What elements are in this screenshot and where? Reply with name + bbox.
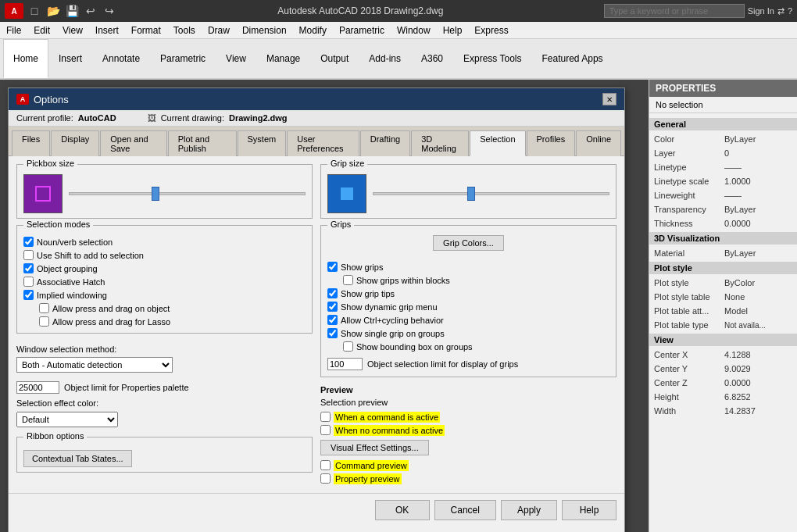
menu-tools[interactable]: Tools [167,22,202,38]
checkbox-press-drag-object-input[interactable] [39,303,49,313]
tab-home[interactable]: Home [3,39,48,78]
checkbox-bounding-box[interactable]: Show bounding box on groups [327,340,609,353]
toolbar-save[interactable]: 💾 [64,3,80,19]
tab-a360[interactable]: A360 [411,39,453,78]
tab-profiles[interactable]: Profiles [527,130,576,156]
checkbox-grips-blocks-input[interactable] [343,275,353,285]
help-button[interactable]: Help [562,500,617,520]
obj-sel-limit-row: Object selection limit for display of gr… [327,356,609,372]
menu-dimension[interactable]: Dimension [236,22,293,38]
menu-modify[interactable]: Modify [293,22,333,38]
tab-user-pref[interactable]: User Preferences [287,130,359,156]
checkbox-property-preview[interactable]: Property preview [320,472,617,485]
pickbox-slider-thumb[interactable] [152,187,159,201]
menu-help[interactable]: Help [437,22,469,38]
checkbox-shift-add[interactable]: Use Shift to add to selection [23,248,306,262]
signin-label[interactable]: Sign In [748,6,774,16]
object-limit-input[interactable] [16,381,59,394]
checkbox-ctrl-cycling[interactable]: Allow Ctrl+cycling behavior [327,313,609,327]
tab-annotate[interactable]: Annotate [92,39,150,78]
checkbox-property-preview-input[interactable] [320,473,331,484]
menu-insert[interactable]: Insert [89,22,125,38]
exchange-icon[interactable]: ⇄ [777,6,784,16]
checkbox-noun-verb-input[interactable] [23,237,34,247]
selection-effect-color-select[interactable]: Default [16,412,118,427]
prop-width-value: 14.2837 [724,406,792,416]
tab-online[interactable]: Online [576,130,621,156]
checkbox-object-grouping-input[interactable] [23,263,34,273]
tab-selection[interactable]: Selection [470,130,525,156]
checkbox-show-grips-input[interactable] [327,262,338,272]
tab-express-tools[interactable]: Express Tools [453,39,531,78]
checkbox-implied-windowing[interactable]: Implied windowing [23,288,306,302]
checkbox-single-grip[interactable]: Show single grip on groups [327,327,609,340]
tab-files[interactable]: Files [12,130,50,156]
menu-draw[interactable]: Draw [202,22,236,38]
menu-parametric[interactable]: Parametric [333,22,391,38]
checkbox-implied-windowing-input[interactable] [23,290,34,300]
ok-button[interactable]: OK [375,500,430,520]
tab-open-save[interactable]: Open and Save [100,130,166,156]
menu-edit[interactable]: Edit [27,22,56,38]
tab-manage[interactable]: Manage [256,39,310,78]
menu-express[interactable]: Express [468,22,514,38]
checkbox-dynamic-grip-input[interactable] [327,302,338,312]
checkbox-object-grouping[interactable]: Object grouping [23,262,306,275]
obj-sel-limit-input[interactable] [327,358,363,370]
toolbar-new[interactable]: □ [27,3,42,19]
menu-window[interactable]: Window [391,22,437,38]
tab-display[interactable]: Display [51,130,99,156]
contextual-tab-states-button[interactable]: Contextual Tab States... [23,450,132,467]
checkbox-assoc-hatch-input[interactable] [23,277,34,287]
checkbox-command-preview[interactable]: Command preview [320,459,617,472]
checkbox-bounding-box-input[interactable] [343,341,353,352]
checkbox-single-grip-input[interactable] [327,328,338,338]
apply-button[interactable]: Apply [501,500,557,520]
menu-view[interactable]: View [56,22,89,38]
tab-drafting[interactable]: Drafting [360,130,411,156]
checkbox-show-grips[interactable]: Show grips [327,260,609,273]
tab-3d-modeling[interactable]: 3D Modeling [411,130,469,156]
checkbox-dynamic-grip[interactable]: Show dynamic grip menu [327,300,609,313]
dialog-info-bar: Current profile: AutoCAD 🖼 Current drawi… [9,110,624,127]
checkbox-noun-verb[interactable]: Noun/verb selection [23,235,306,248]
search-input[interactable] [604,4,745,18]
info-icon[interactable]: ? [788,6,792,16]
checkbox-grip-tips[interactable]: Show grip tips [327,287,609,300]
drawing-area[interactable]: A Options ✕ Current profile: AutoCAD 🖼 C… [0,80,649,532]
visual-effect-settings-button[interactable]: Visual Effect Settings... [320,440,429,455]
window-selection-dropdown[interactable]: Both - Automatic detection Window select… [16,357,173,373]
grip-colors-button[interactable]: Grip Colors... [433,235,504,251]
toolbar-undo[interactable]: ↩ [83,3,98,19]
tab-featured-apps[interactable]: Featured Apps [532,39,613,78]
checkbox-press-drag-lasso-input[interactable] [39,316,49,327]
checkbox-press-drag-lasso[interactable]: Allow press and drag for Lasso [23,315,306,328]
tab-insert[interactable]: Insert [48,39,92,78]
tab-plot-publish[interactable]: Plot and Publish [168,130,237,156]
checkbox-command-active-input[interactable] [320,412,331,422]
checkbox-shift-add-input[interactable] [23,250,34,260]
tab-parametric[interactable]: Parametric [150,39,216,78]
ribbon: Home Insert Annotate Parametric View Man… [0,39,797,80]
checkbox-assoc-hatch[interactable]: Associative Hatch [23,275,306,288]
dialog-close-button[interactable]: ✕ [602,93,617,105]
menu-format[interactable]: Format [125,22,167,38]
checkbox-command-active[interactable]: When a command is active [320,410,617,423]
checkbox-ctrl-cycling-input[interactable] [327,315,338,325]
menu-file[interactable]: File [0,22,27,38]
checkbox-grip-tips-input[interactable] [327,288,338,298]
checkbox-press-drag-object[interactable]: Allow press and drag on object [23,302,306,315]
toolbar-open[interactable]: 📂 [45,3,61,19]
grip-slider-thumb[interactable] [467,187,475,201]
cancel-button[interactable]: Cancel [434,500,496,520]
prop-height-label: Height [654,392,724,402]
checkbox-command-preview-input[interactable] [320,460,331,470]
checkbox-grips-blocks[interactable]: Show grips within blocks [327,273,609,287]
checkbox-no-command-input[interactable] [320,425,331,435]
tab-system[interactable]: System [238,130,287,156]
checkbox-no-command[interactable]: When no command is active [320,423,617,437]
toolbar-redo[interactable]: ↪ [102,3,117,19]
tab-view[interactable]: View [216,39,256,78]
tab-output[interactable]: Output [310,39,359,78]
tab-addins[interactable]: Add-ins [359,39,411,78]
